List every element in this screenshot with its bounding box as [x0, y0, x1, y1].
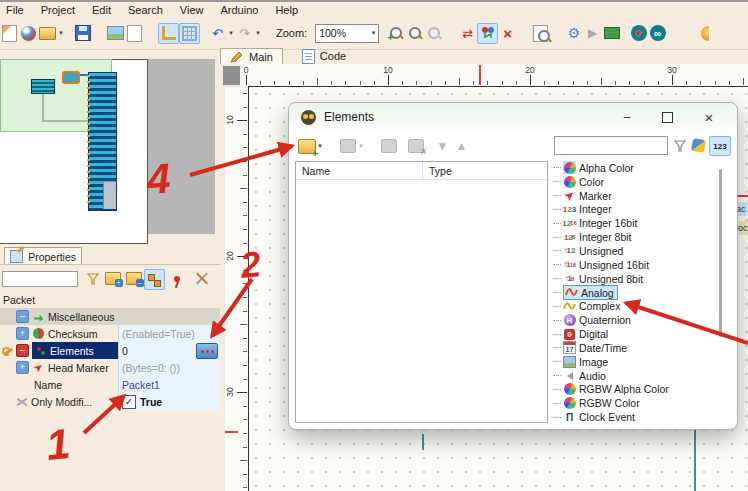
selected-property: Elements [32, 342, 118, 359]
type-item-complex[interactable]: Complex [551, 299, 731, 313]
undo-dropdown[interactable]: ▾ [227, 29, 235, 37]
collapse-all-button[interactable]: – [124, 269, 143, 288]
collapse-box-icon[interactable]: – [16, 310, 29, 323]
move-down-button[interactable]: ▼ [433, 137, 452, 156]
type-item-quaternion[interactable]: HQuaternion [551, 313, 731, 327]
property-row-elements[interactable]: – Elements 0 [0, 342, 220, 359]
settings-button[interactable]: ⚙ [564, 24, 583, 43]
minimize-button[interactable]: – [609, 106, 645, 128]
add-special-dropdown[interactable]: ▾ [357, 142, 365, 150]
property-row-name[interactable]: Name Packet1 [0, 376, 220, 393]
category-filter-icon[interactable] [691, 138, 706, 153]
open-project-button[interactable] [38, 24, 57, 43]
redo-button[interactable]: ↷ [235, 24, 254, 43]
property-row-miscellaneous[interactable]: – Miscellaneous [0, 308, 220, 325]
expand-box-icon[interactable]: + [16, 327, 29, 340]
type-label: Analog [581, 287, 614, 299]
numeric-types-toggle[interactable]: 123 [709, 136, 731, 156]
expand-all-button[interactable]: + [103, 269, 122, 288]
type-item-analog[interactable]: Analog [551, 286, 731, 300]
type-item-clock-event[interactable]: ΠClock Event [551, 410, 731, 424]
close-button[interactable]: × [691, 106, 727, 128]
save-button[interactable] [73, 24, 92, 43]
properties-tab[interactable]: Properties [4, 247, 82, 265]
pin-panel-button[interactable] [167, 269, 186, 288]
type-item-alpha-color[interactable]: Alpha Color [551, 161, 731, 175]
redo-dropdown[interactable]: ▾ [254, 29, 262, 37]
board-button[interactable] [602, 24, 621, 43]
type-item-digital[interactable]: 0Digital [551, 327, 731, 341]
grid-toggle[interactable] [179, 23, 200, 44]
export-image-button[interactable] [106, 24, 125, 43]
type-item-unsigned-8bit[interactable]: ↑18Unsigned 8bit [551, 272, 731, 286]
zoom-out-button[interactable] [425, 24, 444, 43]
property-row-head-marker[interactable]: + ➤ Head Marker (Bytes=0: ()) [0, 359, 220, 376]
expand-box-icon[interactable]: + [16, 361, 29, 374]
menu-view[interactable]: View [180, 4, 204, 16]
type-item-color[interactable]: Color [551, 175, 731, 189]
add-element-button[interactable] [297, 137, 316, 156]
type-label: Quaternion [579, 314, 631, 326]
move-up-button[interactable]: ▲ [452, 137, 471, 156]
tab-main[interactable]: Main [220, 48, 283, 64]
type-search-input[interactable] [554, 136, 668, 155]
type-item-unsigned[interactable]: ↑12Unsigned [551, 244, 731, 258]
gear-icon: ⚙ [567, 25, 580, 41]
only-modified-checkbox[interactable]: ✓ [122, 395, 136, 409]
column-name[interactable]: Name [296, 165, 422, 177]
search-document-button[interactable] [531, 24, 550, 43]
tab-code-label: Code [320, 50, 346, 62]
type-item-integer-16bit[interactable]: 1216Integer 16bit [551, 216, 731, 230]
canvas-wire-short [422, 434, 424, 450]
zoom-reset-button[interactable] [406, 24, 425, 43]
delete-wires-button[interactable]: × [498, 24, 517, 43]
column-type[interactable]: Type [422, 162, 547, 179]
route-wires-toggle[interactable] [477, 23, 498, 44]
add-special-button[interactable] [338, 137, 357, 156]
open-project-dropdown[interactable]: ▾ [57, 29, 65, 37]
type-item-audio[interactable]: Audio [551, 369, 731, 383]
type-item-integer[interactable]: 123Integer [551, 203, 731, 217]
property-row-only-modified[interactable]: Only Modifi... ✓ True [0, 393, 220, 410]
type-item-integer-8bit[interactable]: 128Integer 8bit [551, 230, 731, 244]
arduino-upload-button[interactable]: ∞ [648, 24, 667, 43]
collapse-box-red-icon[interactable]: – [16, 344, 29, 357]
menu-help[interactable]: Help [275, 4, 298, 16]
advanced-properties-button[interactable] [192, 269, 211, 288]
type-item-date-time[interactable]: 17Date/Time [551, 341, 731, 355]
swap-wires-button[interactable]: ⇄ [458, 24, 477, 43]
menu-file[interactable]: File [6, 4, 24, 16]
route-pin-icon [481, 26, 495, 40]
property-row-checksum[interactable]: + Checksum (Enabled=True) [0, 325, 220, 342]
compile-button[interactable]: ⟳ [629, 24, 648, 43]
menu-arduino[interactable]: Arduino [220, 4, 258, 16]
elements-list[interactable]: Name Type [295, 161, 548, 423]
type-tree-scrollbar[interactable] [719, 169, 722, 337]
type-item-unsigned-16bit[interactable]: ↑116Unsigned 16bit [551, 258, 731, 272]
delete-element-button[interactable] [406, 137, 425, 156]
category-view-toggle[interactable] [144, 269, 165, 290]
tab-code[interactable]: Code [293, 48, 355, 64]
type-item-rgbw-alpha-color[interactable]: RGBW Alpha Color [551, 383, 731, 397]
partial-toolbar-button[interactable] [695, 24, 714, 43]
type-item-marker[interactable]: ➤Marker [551, 189, 731, 203]
menu-project[interactable]: Project [41, 4, 75, 16]
type-item-image[interactable]: Image [551, 355, 731, 369]
wire-style-toggle[interactable] [158, 23, 179, 44]
properties-filter-input[interactable] [2, 271, 78, 287]
new-project-button[interactable] [0, 24, 19, 43]
type-item-rgbw-color[interactable]: RGBW Color [551, 396, 731, 410]
export-doc-button[interactable] [125, 24, 144, 43]
zoom-select[interactable]: 100% ▾ [315, 24, 379, 43]
undo-button[interactable]: ↶ [208, 24, 227, 43]
menu-edit[interactable]: Edit [92, 4, 111, 16]
open-wizard-button[interactable] [19, 24, 38, 43]
type-filter-button[interactable] [674, 138, 686, 156]
menu-search[interactable]: Search [128, 4, 163, 16]
select-tool-button[interactable]: ▶ [583, 24, 602, 43]
filter-button[interactable] [83, 269, 102, 288]
maximize-button[interactable] [649, 106, 685, 128]
edit-element-button[interactable] [379, 137, 398, 156]
elements-ellipsis-button[interactable] [196, 343, 218, 359]
zoom-in-button[interactable]: + [387, 24, 406, 43]
